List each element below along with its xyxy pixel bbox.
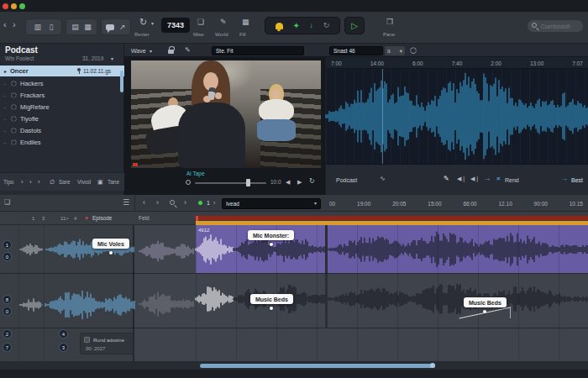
speaker-icon[interactable]: ◀	[286, 179, 290, 185]
footer-tane-button[interactable]: Tane	[108, 180, 119, 186]
clapper-icon[interactable]: ▤	[71, 24, 79, 31]
play-small-icon[interactable]: ▶	[297, 179, 302, 185]
take-chevron-icon[interactable]: ›	[213, 200, 215, 206]
circle-icon[interactable]: ◯	[410, 47, 417, 53]
skip-back-icon[interactable]: ◀❘	[457, 176, 466, 181]
nav-right-icon[interactable]: ›	[156, 199, 159, 207]
clip-mic-monster-right[interactable]	[328, 225, 588, 273]
scrub-handle[interactable]	[246, 179, 250, 186]
tooltip-music-beds-1[interactable]: Music Beds	[250, 294, 293, 304]
best-arrow-icon[interactable]: →	[561, 176, 568, 182]
copy-icon[interactable]: ❏	[4, 199, 10, 206]
sparkle-icon[interactable]: ✦	[292, 22, 299, 30]
track1-button-b[interactable]: 0	[3, 252, 12, 261]
timeline-search-icon[interactable]	[170, 200, 175, 205]
footer-tipo-button[interactable]: Tipo	[3, 180, 13, 186]
scrub-start-ring[interactable]	[186, 180, 191, 185]
track2-button-b[interactable]: 0	[3, 307, 12, 316]
record-dot[interactable]	[198, 201, 202, 205]
sidebar-item[interactable]: – ◯ Frackars	[0, 90, 124, 101]
clip-name-field[interactable]	[212, 46, 304, 55]
pen-tool-icon[interactable]: ✎	[185, 47, 191, 54]
levels-icon[interactable]: ▥	[34, 24, 42, 31]
device-icon[interactable]: ▯	[50, 24, 54, 31]
tooltip-music-beds-2[interactable]: Music Beds	[464, 297, 507, 307]
track3-button-d[interactable]: 3	[59, 343, 68, 352]
search-input[interactable]	[541, 22, 580, 30]
rotate-tool-icon[interactable]: ↻	[139, 18, 147, 27]
rend-label[interactable]: Rend	[505, 177, 519, 183]
clip-id: 4912	[198, 228, 209, 233]
nav-left-icon[interactable]: ‹	[143, 199, 145, 207]
loop-small-icon[interactable]: ↻	[309, 178, 315, 185]
forward-arrow-icon[interactable]: →	[484, 176, 491, 182]
scrollbar-handle-dot[interactable]	[430, 363, 435, 368]
track3-button-b[interactable]: 7	[3, 343, 12, 352]
lock-icon[interactable]	[168, 50, 174, 54]
zoom-select[interactable]: a▾	[385, 46, 405, 55]
sidebar-item[interactable]: – ◯ Endiles	[0, 137, 124, 148]
mode-select[interactable]: Wave	[131, 48, 146, 54]
zoom-select-value: a	[387, 48, 391, 54]
footer-vivod-button[interactable]: Vivod	[77, 180, 91, 186]
track3-button-a[interactable]: 2	[3, 329, 12, 339]
timeline-scrollbar-thumb[interactable]	[200, 364, 435, 368]
download-arrow-icon[interactable]: ↓	[310, 22, 314, 29]
rend-x-icon[interactable]: ×	[496, 176, 501, 182]
episode-label[interactable]: Episode	[92, 216, 113, 222]
world-pen-icon[interactable]: ✎	[220, 18, 227, 26]
null-icon[interactable]: ∅	[50, 179, 55, 185]
curve-icon[interactable]: ∿	[380, 176, 386, 182]
forward-icon[interactable]: ›	[13, 20, 16, 29]
rotate-dropdown-icon[interactable]: ▾	[151, 21, 154, 26]
sidebar-item[interactable]: – ◯ Hackers	[0, 78, 124, 89]
timeline-scrollbar-track[interactable]	[0, 361, 588, 370]
scrub-track[interactable]	[195, 182, 266, 184]
fill-icon[interactable]: ▦	[242, 18, 249, 26]
track2-button-a[interactable]: 8	[3, 295, 12, 304]
nav-next-icon[interactable]: ›	[184, 199, 186, 207]
share-arrow-icon[interactable]: ↗	[119, 24, 126, 31]
timeline-search-field[interactable]	[222, 198, 321, 209]
marker-strip-orange[interactable]	[196, 221, 588, 225]
pane-icon[interactable]: ❐	[386, 18, 393, 26]
checkbox[interactable]	[84, 337, 90, 343]
feld-label[interactable]: Feld	[139, 216, 150, 222]
track1-button-a[interactable]: 1	[3, 240, 12, 249]
mixe-icon[interactable]: ❏	[197, 18, 204, 26]
sidebar-item[interactable]: – ◯ Tiyofle	[0, 113, 124, 124]
footer-sare-button[interactable]: Sare	[59, 180, 71, 186]
best-label[interactable]: Best	[571, 177, 583, 183]
chevron-icon[interactable]: ›	[29, 179, 32, 186]
close-button[interactable]	[3, 3, 8, 9]
back-icon[interactable]: ‹	[3, 20, 7, 29]
tooltip-mic-monster[interactable]: Mic Monster:	[248, 230, 294, 240]
field-dropdown-icon[interactable]: ▾	[314, 201, 317, 206]
minimize-button[interactable]	[11, 3, 17, 9]
grid-icon[interactable]: ▦	[84, 24, 92, 31]
tooltip-mic-voices[interactable]: Mic Voles	[92, 239, 129, 249]
row2-wave-dark-b[interactable]	[328, 281, 588, 318]
loop-icon[interactable]: ↻	[323, 22, 330, 29]
sidebar-scrollbar[interactable]	[120, 71, 123, 92]
menu-icon[interactable]: ☰	[123, 199, 129, 207]
zoom-button[interactable]	[19, 3, 25, 9]
chat-bubble-icon[interactable]	[106, 24, 114, 30]
track-name-field[interactable]	[329, 46, 383, 55]
video-preview-image[interactable]	[131, 60, 321, 168]
bell-icon[interactable]	[276, 23, 283, 29]
sidebar-item-selected[interactable]: ▸ Oncer 11.02.11.gs	[0, 66, 124, 76]
save-icon[interactable]: ▣	[97, 179, 103, 185]
chevron-icon[interactable]: ›	[21, 179, 24, 186]
track3-button-c[interactable]: 4	[59, 329, 68, 339]
play-icon[interactable]: ▷	[351, 22, 358, 30]
marker-strip-red[interactable]	[196, 216, 588, 220]
sidebar-item[interactable]: – ◯ MigRefare	[0, 102, 124, 113]
sidebar-item[interactable]: – ◯ Dastols	[0, 125, 124, 136]
wave-grid[interactable]	[326, 69, 588, 164]
edit-pen-icon[interactable]: ✎	[444, 176, 449, 182]
mode-dropdown-icon[interactable]: ▾	[150, 49, 152, 54]
skip-back2-icon[interactable]: ◀❘	[470, 176, 480, 181]
chevron-icon[interactable]: ›	[38, 179, 40, 186]
wave-playhead[interactable]	[382, 69, 383, 164]
